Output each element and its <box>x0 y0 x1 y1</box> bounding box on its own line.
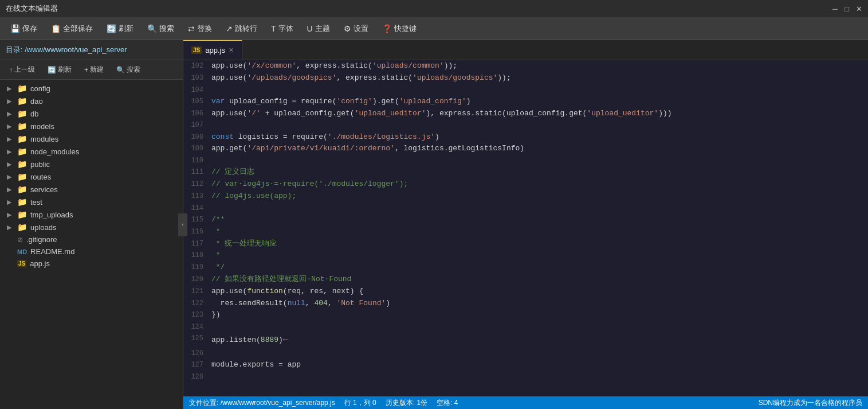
line-number: 104 <box>183 84 209 96</box>
line-content: }) <box>209 309 221 321</box>
code-line: 111// 定义日志 <box>183 166 868 178</box>
line-number: 113 <box>183 190 209 202</box>
titlebar: 在线文本编辑器 ─ □ ✕ <box>0 0 868 17</box>
file-item-app.js[interactable]: JS app.js <box>0 258 183 270</box>
file-item-db[interactable]: ▶ 📁 db <box>0 107 183 120</box>
folder-label-modules: modules <box>30 135 58 143</box>
code-view[interactable]: 102app.use('/x/common', express.static('… <box>183 60 868 396</box>
line-number: 110 <box>183 155 209 166</box>
code-line: 112// var·log4js·=·require('./modules/lo… <box>183 178 868 190</box>
file-item-uploads[interactable]: ▶ 📁 uploads <box>0 221 183 233</box>
line-content: * 统一处理无响应 <box>209 238 277 250</box>
code-line: 114 <box>183 202 868 214</box>
file-item-dao[interactable]: ▶ 📁 dao <box>0 95 183 107</box>
line-number: 120 <box>183 274 209 286</box>
file-item-.gitignore[interactable]: ⊘ .gitignore <box>0 233 183 246</box>
code-line: 116 * <box>183 226 868 238</box>
sidebar-label-new: 新建 <box>90 65 104 75</box>
git-icon: ⊘ <box>17 236 23 244</box>
line-number: 112 <box>183 178 209 190</box>
line-content: app.listen(8889)← <box>209 333 288 348</box>
toolbar-btn-refresh[interactable]: 🔄刷新 <box>101 21 139 36</box>
line-number: 122 <box>183 298 209 310</box>
tab-icon-app-js: JS <box>191 46 202 54</box>
folder-label-dao: dao <box>30 97 43 106</box>
refresh-icon: 🔄 <box>107 24 116 33</box>
line-content: app.get('/api/private/v1/kuaidi/:orderno… <box>209 143 524 155</box>
sidebar-icon-search: 🔍 <box>116 66 125 74</box>
toolbar-btn-search[interactable]: 🔍搜索 <box>142 21 180 36</box>
sidebar-label-up: 上一级 <box>14 65 35 75</box>
toolbar-btn-save[interactable]: 💾保存 <box>5 21 43 36</box>
folder-icon-tmp_uploads: 📁 <box>17 210 27 219</box>
code-line: 125app.listen(8889)← <box>183 333 868 348</box>
line-number: 114 <box>183 202 209 214</box>
chevron-icon-services: ▶ <box>7 186 14 193</box>
code-line: 117 * 统一处理无响应 <box>183 238 868 250</box>
chevron-icon-modules: ▶ <box>7 135 14 143</box>
file-item-config[interactable]: ▶ 📁 config <box>0 82 183 95</box>
line-content <box>209 119 211 131</box>
titlebar-left: 在线文本编辑器 <box>6 3 58 14</box>
titlebar-controls[interactable]: ─ □ ✕ <box>832 5 862 13</box>
file-item-public[interactable]: ▶ 📁 public <box>0 158 183 170</box>
chevron-icon-models: ▶ <box>7 123 14 130</box>
file-item-routes[interactable]: ▶ 📁 routes <box>0 170 183 183</box>
toolbar-label-save: 保存 <box>22 24 37 34</box>
toolbar-label-refresh: 刷新 <box>119 24 133 34</box>
line-number: 111 <box>183 166 209 178</box>
close-button[interactable]: ✕ <box>856 5 862 13</box>
maximize-button[interactable]: □ <box>845 5 849 13</box>
tab-label-app-js: app.js <box>205 46 225 54</box>
chevron-icon-db: ▶ <box>7 110 14 118</box>
chevron-icon-uploads: ▶ <box>7 224 14 231</box>
minimize-button[interactable]: ─ <box>832 5 838 13</box>
toolbar-label-theme: 主题 <box>315 24 330 34</box>
folder-icon-test: 📁 <box>17 197 27 207</box>
folder-icon-modules: 📁 <box>17 134 27 143</box>
line-number: 127 <box>183 359 209 371</box>
sidebar-files[interactable]: ▶ 📁 config ▶ 📁 dao ▶ 📁 db ▶ 📁 models ▶ 📁… <box>0 80 183 409</box>
code-line: 115/** <box>183 214 868 226</box>
file-item-README.md[interactable]: MD README.md <box>0 246 183 258</box>
folder-label-uploads: uploads <box>30 223 57 232</box>
tab-app-js[interactable]: JS app.js ✕ <box>183 40 242 60</box>
sidebar-btn-search[interactable]: 🔍搜索 <box>112 63 145 76</box>
chevron-icon-node_modules: ▶ <box>7 148 14 155</box>
file-item-modules[interactable]: ▶ 📁 modules <box>0 133 183 145</box>
save-all-icon: 📋 <box>51 24 61 33</box>
toolbar-btn-goto[interactable]: ↗跳转行 <box>220 21 263 36</box>
toolbar-btn-replace[interactable]: ⇄替换 <box>182 21 218 36</box>
sidebar-btn-new[interactable]: +新建 <box>80 63 108 76</box>
toolbar-btn-settings[interactable]: ⚙设置 <box>338 21 374 36</box>
line-number: 124 <box>183 321 209 333</box>
line-content: app.use(function(req, res, next) { <box>209 286 363 298</box>
code-line: 105var upload_config = require('config')… <box>183 96 868 108</box>
chevron-icon-config: ▶ <box>7 85 14 92</box>
collapse-toggle[interactable]: ‹ <box>178 213 187 236</box>
file-label-app.js: app.js <box>30 259 50 268</box>
file-item-models[interactable]: ▶ 📁 models <box>0 120 183 133</box>
line-content <box>209 348 211 359</box>
toolbar-btn-save-all[interactable]: 📋全部保存 <box>45 21 99 36</box>
line-content: app.use('/' + upload_config.get('upload_… <box>209 108 672 120</box>
line-number: 108 <box>183 131 209 143</box>
toolbar-btn-font[interactable]: T字体 <box>265 21 299 36</box>
chevron-icon-test: ▶ <box>7 198 14 206</box>
file-item-test[interactable]: ▶ 📁 test <box>0 196 183 208</box>
toolbar-btn-shortcut[interactable]: ❓快捷键 <box>376 21 422 36</box>
sidebar-btn-up[interactable]: ↑上一级 <box>5 63 40 76</box>
tab-close-app-js[interactable]: ✕ <box>229 46 234 54</box>
cursor-position: 行 1，列 0 <box>344 398 376 408</box>
line-content <box>209 371 211 383</box>
file-item-tmp_uploads[interactable]: ▶ 📁 tmp_uploads <box>0 208 183 221</box>
sidebar-btn-refresh[interactable]: 🔄刷新 <box>43 63 76 76</box>
toolbar-btn-theme[interactable]: U主题 <box>301 21 336 36</box>
code-line: 124 <box>183 321 868 333</box>
folder-icon-services: 📁 <box>17 185 27 194</box>
file-item-node_modules[interactable]: ▶ 📁 node_modules <box>0 145 183 158</box>
code-line: 106app.use('/' + upload_config.get('uplo… <box>183 108 868 120</box>
line-number: 109 <box>183 143 209 155</box>
file-item-services[interactable]: ▶ 📁 services <box>0 183 183 196</box>
titlebar-title: 在线文本编辑器 <box>6 3 58 14</box>
